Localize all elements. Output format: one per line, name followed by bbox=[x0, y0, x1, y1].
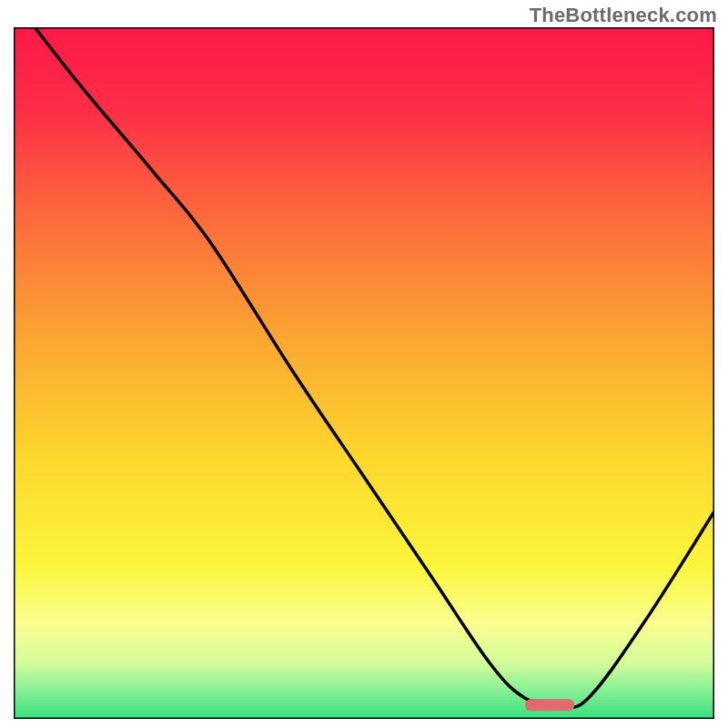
optimal-marker bbox=[525, 699, 574, 711]
chart-root: TheBottleneck.com bbox=[0, 0, 728, 728]
bottleneck-chart bbox=[14, 27, 714, 719]
chart-svg bbox=[14, 27, 714, 719]
watermark-label: TheBottleneck.com bbox=[530, 4, 717, 27]
